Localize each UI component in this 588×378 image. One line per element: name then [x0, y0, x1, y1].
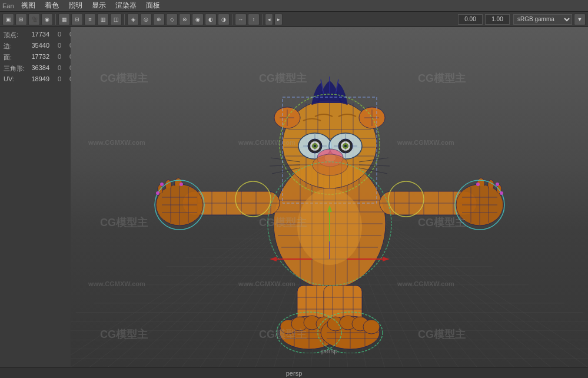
stat-label-faces: 面:: [4, 53, 28, 62]
menu-shading[interactable]: 着色: [40, 0, 64, 12]
toolbar-btn-12[interactable]: ◇: [166, 14, 178, 25]
toolbar-btn-18[interactable]: ↕: [248, 14, 260, 25]
toolbar-btn-camera[interactable]: 🎥: [28, 14, 40, 25]
sep3: [232, 14, 232, 25]
main-area: 顶点: 17734 0 0 边: 35440 0 0 面: 17732 0 0 …: [0, 27, 588, 367]
status-bar: persp: [0, 367, 588, 378]
toolbar-btn-17[interactable]: ↔: [235, 14, 247, 25]
value2-input[interactable]: [485, 14, 510, 25]
sep2: [124, 14, 125, 25]
toolbar-btn-8[interactable]: ◫: [110, 14, 122, 25]
stat-value-faces: 17732: [28, 53, 49, 62]
colorspace-select[interactable]: sRGB gamma: [513, 14, 572, 25]
stat-value-uv: 18949: [28, 75, 49, 82]
menu-renderer[interactable]: 渲染器: [111, 0, 141, 12]
svg-point-136: [476, 183, 480, 186]
sep1: [55, 14, 56, 25]
stat-extra-uv: 0: [49, 75, 61, 82]
svg-point-135: [496, 183, 499, 186]
svg-point-132: [160, 183, 164, 186]
stat-value-tris: 36384: [28, 64, 49, 73]
toolbar-btn-6[interactable]: ≡: [84, 14, 96, 25]
stat-label-uv: UV:: [4, 75, 28, 82]
toolbar-btn-15[interactable]: ◐: [205, 14, 217, 25]
svg-point-40: [313, 154, 348, 175]
toolbar: ▣ ⊞ 🎥 ◉ ▦ ⊟ ≡ ▥ ◫ ◈ ◎ ⊕ ◇ ⊗ ◉ ◐ ◑ ↔ ↕ ◂ …: [0, 12, 588, 27]
toolbar-btn-13[interactable]: ⊗: [179, 14, 191, 25]
toolbar-btn-2[interactable]: ⊞: [15, 14, 27, 25]
stat-extra-edges: 0: [49, 42, 61, 51]
toolbar-btn-4[interactable]: ▦: [58, 14, 70, 25]
svg-point-131: [156, 191, 160, 195]
menu-bar: Ean 视图 着色 照明 显示 渲染器 面板: [0, 0, 588, 12]
toolbar-btn-19[interactable]: ◂: [265, 14, 273, 25]
svg-marker-126: [383, 257, 390, 261]
svg-marker-124: [270, 257, 277, 261]
stat-extra-vertices: 0: [49, 31, 61, 39]
toolbar-btn-9[interactable]: ◈: [127, 14, 139, 25]
stat-row-edges: 边: 35440 0 0: [4, 41, 67, 52]
toolbar-btn-3[interactable]: ◉: [41, 14, 53, 25]
character-wireframe: [129, 41, 530, 353]
toolbar-btn-10[interactable]: ◎: [140, 14, 152, 25]
toolbar-btn-16[interactable]: ◑: [218, 14, 230, 25]
toolbar-btn-7[interactable]: ▥: [97, 14, 109, 25]
toolbar-btn-1[interactable]: ▣: [2, 14, 14, 25]
svg-point-134: [500, 191, 503, 195]
sep4: [262, 14, 263, 25]
stat-row-tris: 三角形: 36384 0 0: [4, 63, 67, 74]
svg-point-133: [180, 183, 183, 186]
menu-view[interactable]: 视图: [16, 0, 40, 12]
toolbar-btn-14[interactable]: ◉: [192, 14, 204, 25]
stat-value-vertices: 17734: [28, 31, 49, 39]
stats-panel: 顶点: 17734 0 0 边: 35440 0 0 面: 17732 0 0 …: [0, 27, 71, 367]
app-icon: Ean: [2, 2, 14, 9]
colorspace-dropdown[interactable]: ▼: [574, 14, 586, 25]
stat-extra-faces: 0: [49, 53, 61, 62]
toolbar-btn-5[interactable]: ⊟: [71, 14, 83, 25]
stat-row-vertices: 顶点: 17734 0 0: [4, 29, 67, 41]
menu-panel[interactable]: 面板: [141, 0, 165, 12]
menu-lighting[interactable]: 照明: [64, 0, 87, 12]
viewport[interactable]: CG模型主 CG模型主 CG模型主 CG模型主 CG模型主 CG模型主 CG模型…: [71, 27, 588, 367]
toolbar-btn-20[interactable]: ▸: [274, 14, 283, 25]
stat-extra-tris: 0: [49, 64, 61, 73]
stat-row-faces: 面: 17732 0 0: [4, 52, 67, 63]
stat-label-vertices: 顶点:: [4, 31, 28, 39]
value1-input[interactable]: [458, 14, 483, 25]
stat-label-tris: 三角形:: [4, 64, 28, 73]
stat-value-edges: 35440: [28, 42, 49, 51]
stat-row-uv: UV: 18949 0 0: [4, 74, 67, 84]
menu-display[interactable]: 显示: [87, 0, 111, 12]
toolbar-btn-11[interactable]: ⊕: [153, 14, 165, 25]
stat-label-edges: 边:: [4, 42, 28, 51]
svg-point-143: [297, 188, 362, 265]
status-text: persp: [286, 370, 303, 377]
